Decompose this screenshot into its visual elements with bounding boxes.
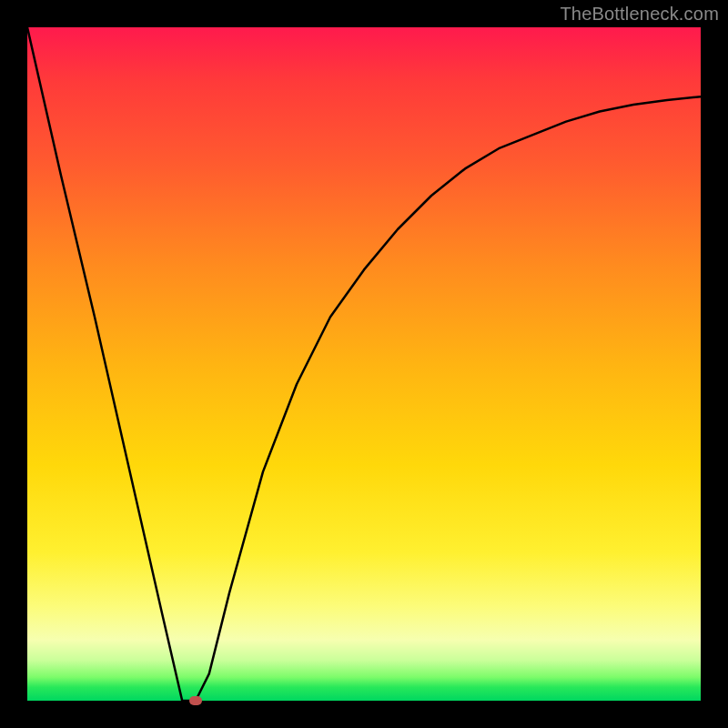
curve-svg: [27, 27, 701, 701]
bottleneck-curve-path: [27, 27, 701, 701]
chart-frame: TheBottleneck.com: [0, 0, 728, 728]
optimal-marker: [189, 696, 202, 705]
watermark-text: TheBottleneck.com: [560, 4, 719, 25]
plot-area: [27, 27, 701, 701]
